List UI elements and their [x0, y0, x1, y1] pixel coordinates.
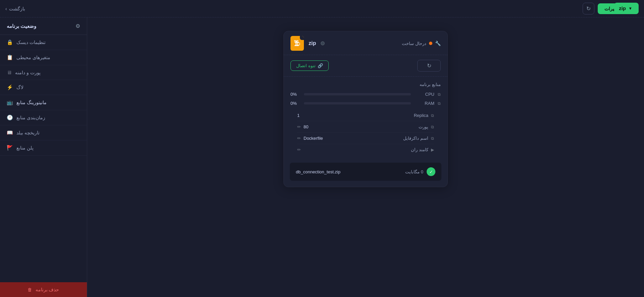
book-icon: 📖 — [7, 130, 13, 136]
dockerfile-value: Dockerfile — [304, 136, 323, 141]
top-bar: اعمال تغییرات ↻ بازگشت › — [0, 0, 644, 17]
sidebar-item-log[interactable]: لاگ ⚡ — [0, 80, 87, 95]
sidebar-header: ⚙ وضعیت برنامه — [0, 17, 87, 35]
separator-3 — [297, 144, 434, 144]
cpu-row: ⧉ CPU 0% — [290, 92, 441, 97]
sidebar-port-domain-label: پورت و دامنه — [15, 70, 41, 75]
sidebar-build-history-label: تاریخچه بیلد — [16, 130, 40, 135]
run-command-edit-icon[interactable]: ✏ — [297, 147, 301, 152]
sidebar-item-resource-schedule[interactable]: زمان‌بندی منابع 🕐 — [0, 110, 87, 125]
file-info-right: ✓ 0 مگابایت — [405, 167, 435, 176]
env-icon: 📋 — [7, 54, 13, 60]
run-command-value-group: ✏ — [297, 147, 304, 152]
separator-2 — [297, 132, 434, 133]
card-refresh-button[interactable]: ↻ — [417, 60, 441, 72]
ram-bar-container — [304, 102, 411, 104]
ram-value: 0% — [290, 101, 301, 106]
status-circle-icon — [321, 41, 325, 45]
ram-row: ⧉ RAM 0% — [290, 101, 441, 106]
card-app-name: zip — [309, 40, 316, 46]
back-link[interactable]: بازگشت › — [5, 6, 25, 11]
dockerfile-label-group: ⧉ اسم داکرفایل — [403, 136, 434, 141]
run-command-label-group: ▶ کامند ران — [411, 147, 434, 152]
port-value: 80 — [304, 124, 308, 129]
sidebar-item-resource-plan[interactable]: پلن منابع 🚩 — [0, 140, 87, 156]
run-command-label: کامند ران — [411, 147, 428, 152]
replica-value: 1 — [297, 113, 300, 118]
trash-icon: 🗑 — [28, 287, 32, 292]
sidebar-log-label: لاگ — [16, 85, 23, 90]
replica-label: Replica — [414, 113, 428, 118]
check-icon: ✓ — [427, 167, 435, 176]
app-card: 🔧 درحال ساخت zip 🗜 ↻ 🔗 تنوه اتصال — [283, 31, 448, 187]
port-edit-icon[interactable]: ✏ — [297, 124, 301, 129]
card-header: 🔧 درحال ساخت zip 🗜 — [284, 31, 447, 55]
zip-dropdown-button[interactable]: ▾ zip — [614, 3, 639, 14]
status-dot — [429, 42, 432, 45]
main-layout: 🔧 درحال ساخت zip 🗜 ↻ 🔗 تنوه اتصال — [0, 17, 644, 297]
port-icon: 🖥 — [7, 70, 12, 75]
sidebar-disk-settings-label: تنظیمات دیسک — [16, 40, 46, 45]
replica-copy-icon[interactable]: ⧉ — [431, 113, 434, 118]
replica-row: ⧉ Replica 1 — [290, 110, 441, 121]
sidebar-item-resource-monitoring[interactable]: مانیتورینگ منابع 📺 — [0, 95, 87, 110]
ram-copy-icon[interactable]: ⧉ — [438, 101, 441, 106]
connect-button[interactable]: 🔗 تنوه اتصال — [290, 60, 329, 71]
separator-1 — [297, 121, 434, 121]
sidebar-item-disk-settings[interactable]: تنظیمات دیسک 🔒 — [0, 35, 87, 50]
sidebar-resource-plan-label: پلن منابع — [16, 145, 34, 151]
run-command-row: ▶ کامند ران ✏ — [290, 144, 441, 155]
main-content: 🔧 درحال ساخت zip 🗜 ↻ 🔗 تنوه اتصال — [87, 17, 644, 297]
cpu-label: CPU — [414, 92, 434, 97]
card-header-right: zip 🗜 — [290, 36, 325, 51]
sidebar-resource-monitoring-label: مانیتورینگ منابع — [16, 100, 47, 105]
dockerfile-value-group: Dockerfile ✏ — [297, 136, 323, 141]
file-upload-area: ✓ 0 مگابایت db_connection_test.zip — [290, 163, 441, 181]
dockerfile-row: ⧉ اسم داکرفایل Dockerfile ✏ — [290, 133, 441, 144]
dockerfile-edit-icon[interactable]: ✏ — [297, 136, 301, 141]
card-header-left: 🔧 درحال ساخت — [402, 41, 441, 46]
cpu-bar-container — [304, 93, 411, 95]
dockerfile-copy-icon[interactable]: ⧉ — [431, 136, 434, 141]
resources-section: منابع برنامه ⧉ CPU 0% ⧉ RAM — [284, 77, 447, 158]
cpu-value: 0% — [290, 92, 301, 97]
file-size: 0 مگابایت — [405, 169, 423, 174]
refresh-button[interactable]: ↻ — [583, 3, 594, 14]
card-status-text: درحال ساخت — [402, 41, 426, 46]
sidebar-item-env-vars[interactable]: متغیرهای محیطی 📋 — [0, 50, 87, 65]
port-copy-icon[interactable]: ⧉ — [431, 125, 434, 129]
replica-label-group: ⧉ Replica — [414, 113, 434, 118]
sidebar-item-port-domain[interactable]: پورت و دامنه 🖥 — [0, 65, 87, 80]
cpu-copy-icon[interactable]: ⧉ — [438, 92, 441, 97]
ram-label: RAM — [414, 101, 434, 106]
sidebar-resource-schedule-label: زمان‌بندی منابع — [16, 115, 45, 120]
connect-label: تنوه اتصال — [296, 63, 316, 68]
settings-gear-icon[interactable]: ⚙ — [75, 23, 80, 29]
port-row: ⧉ پورت 80 ✏ — [290, 121, 441, 132]
zip-dropdown-chevron: ▾ — [629, 6, 631, 11]
dockerfile-label: اسم داکرفایل — [403, 136, 428, 141]
sidebar: ⚙ وضعیت برنامه تنظیمات دیسک 🔒 متغیرهای م… — [0, 17, 87, 297]
back-label: بازگشت — [9, 6, 25, 11]
sidebar-item-build-history[interactable]: تاریخچه بیلد 📖 — [0, 125, 87, 140]
run-command-play-icon[interactable]: ▶ — [431, 147, 434, 152]
file-name: db_connection_test.zip — [296, 169, 340, 174]
clock-icon: 🕐 — [7, 115, 13, 121]
sidebar-env-vars-label: متغیرهای محیطی — [16, 55, 50, 60]
delete-app-label: حذف برنامه — [36, 287, 59, 292]
port-label-group: ⧉ پورت — [419, 124, 434, 129]
flag-icon: 🚩 — [7, 145, 13, 151]
monitor-icon: 📺 — [7, 99, 13, 105]
resources-title: منابع برنامه — [290, 82, 441, 87]
log-icon: ⚡ — [7, 84, 13, 90]
disk-icon: 🔒 — [7, 39, 13, 45]
port-label: پورت — [419, 124, 428, 129]
card-actions: ↻ 🔗 تنوه اتصال — [284, 55, 447, 77]
replica-value-group: 1 — [297, 113, 300, 118]
delete-app-button[interactable]: حذف برنامه 🗑 — [0, 282, 87, 297]
port-value-group: 80 ✏ — [297, 124, 308, 129]
link-icon: 🔗 — [318, 63, 323, 68]
zip-dropdown-label: zip — [619, 5, 626, 11]
zip-file-icon: 🗜 — [290, 36, 304, 51]
sidebar-title: وضعیت برنامه — [7, 23, 36, 29]
